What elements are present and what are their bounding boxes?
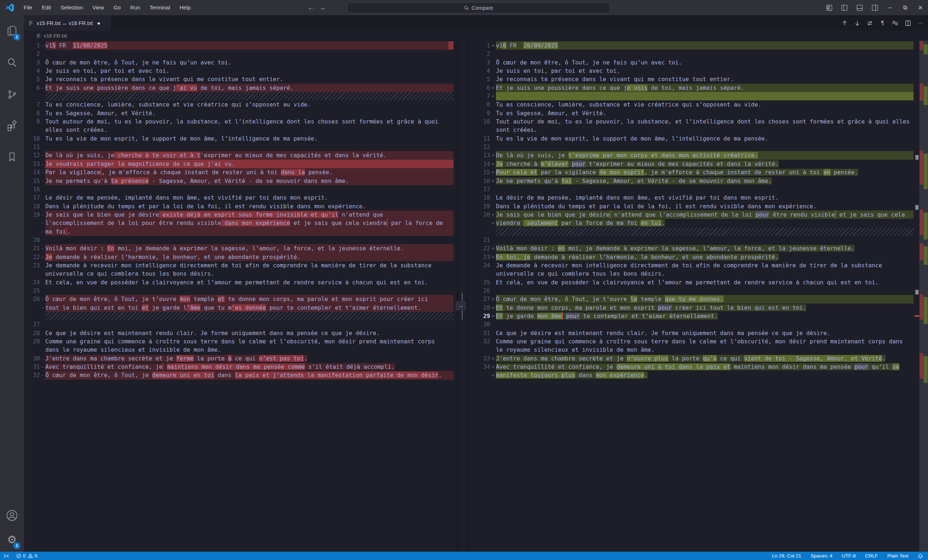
code-line[interactable]: Et cela, en vue de posséder la clairvoya… [496, 278, 914, 286]
modified-diff-row[interactable]: 24Je demande à recevoir mon intelligence… [468, 261, 928, 269]
code-line[interactable]: manifeste toujours plus dans mon expérie… [496, 371, 914, 379]
code-line[interactable]: Par la vigilance, je m'efforce à chaque … [45, 168, 453, 177]
original-diff-row[interactable]: 6-Et je suis une poussière dans ce que j… [24, 84, 468, 92]
original-diff-row[interactable]: -l'accomplissement de la loi pour être r… [24, 219, 468, 227]
modified-diff-row[interactable]: 11Tu es la vie de mon esprit, le support… [468, 134, 928, 143]
line-number[interactable]: 27 [24, 320, 40, 329]
line-number[interactable]: 13 [468, 151, 490, 159]
menu-item-run[interactable]: Run [125, 3, 145, 13]
code-line[interactable]: Pour cela et par la vigilance de mon esp… [496, 168, 914, 177]
modified-diff-row[interactable]: 14+Je cherche à m’élever pour t’exprimer… [468, 160, 928, 168]
modified-diff-row[interactable]: 31Ce que je désire est maintenant rendu … [468, 329, 928, 337]
modified-diff-row[interactable]: 15+Pour cela et par la vigilance de mon … [468, 168, 928, 177]
modified-diff-row[interactable]: 34+Avec tranquillité et confiance, je de… [468, 362, 928, 371]
line-number[interactable]: 5 [24, 75, 40, 83]
modified-diff-row[interactable]: 12 [468, 143, 928, 151]
code-line[interactable]: Je sais que le bien que je désire n'atte… [496, 210, 914, 219]
original-diff-row[interactable]: 2 [24, 50, 468, 58]
code-line[interactable]: l'accomplissement de la loi pour être re… [45, 219, 453, 227]
code-line[interactable]: Et je garde mon âme pour te contempler e… [496, 312, 914, 320]
modified-diff-row[interactable]: 3Ô cœur de mon être, ô Tout, je ne fais … [468, 58, 928, 67]
line-number[interactable]: 33 [468, 354, 490, 362]
code-line[interactable] [496, 143, 914, 151]
menu-item-help[interactable]: Help [175, 3, 195, 13]
original-diff-row[interactable]: dans le royaume silencieux et invisible … [24, 345, 468, 354]
line-number[interactable]: 1 [468, 41, 490, 50]
line-number[interactable]: 3 [24, 58, 40, 67]
code-line[interactable] [496, 50, 914, 58]
code-line[interactable]: ma foi. [45, 227, 453, 236]
tab-dirty-indicator[interactable]: ● [97, 20, 101, 26]
line-number[interactable]: 24 [24, 278, 40, 286]
eol-sequence[interactable]: CRLF [865, 553, 878, 558]
original-diff-row[interactable]: 19-Je sais que le bien que je désire exi… [24, 210, 468, 219]
original-diff-row[interactable]: 31-Avec tranquillité et confiance, je ma… [24, 362, 468, 371]
line-number[interactable]: 13 [24, 160, 40, 168]
line-number[interactable]: 27 [468, 295, 490, 303]
line-number[interactable]: 15 [24, 177, 40, 185]
original-diff-row[interactable]: 28Ce que je désire est maintenant rendu … [24, 329, 468, 337]
line-number[interactable]: 9 [468, 109, 490, 117]
code-line[interactable]: elles sont créées. [45, 126, 453, 134]
menu-item-terminal[interactable]: Terminal [145, 3, 175, 13]
remote-indicator[interactable] [4, 554, 9, 558]
line-number[interactable]: 18 [24, 202, 40, 210]
render-whitespace-icon[interactable]: ¶ [878, 18, 887, 27]
code-line[interactable]: Je voudrais partager la magnificence de … [45, 160, 453, 168]
code-line[interactable] [45, 236, 453, 244]
sidebar-item-bookmarks[interactable] [0, 146, 24, 167]
original-diff-row[interactable]: 26-Ô cœur de mon être, ô Tout, je t’ouvr… [24, 295, 468, 303]
modified-diff-row[interactable] [468, 227, 928, 236]
line-number[interactable]: 14 [24, 168, 40, 177]
code-line[interactable]: Tu es la vie de mon esprit, le support d… [45, 134, 453, 143]
sidebar-item-extensions[interactable] [0, 115, 24, 136]
modified-diff-row[interactable]: +viendra seulement par la force de ma fo… [468, 219, 928, 227]
warnings-indicator[interactable]: 0 [28, 553, 38, 558]
modified-diff-row[interactable]: 33+J'entre dans ma chambre secrète et je… [468, 354, 928, 362]
code-line[interactable]: De là où je suis, je t'exprime par mon c… [496, 151, 914, 159]
toggle-secondary-sidebar-icon[interactable] [867, 0, 882, 15]
sash-divider[interactable] [458, 41, 458, 552]
line-number[interactable]: 6 [468, 84, 490, 92]
line-number[interactable] [468, 227, 490, 236]
modified-diff-row[interactable]: 32Comme une graine qui commence à croîtr… [468, 337, 928, 345]
original-diff-row[interactable]: 1-v15 FR 11/08/2025 [24, 41, 468, 50]
line-number[interactable]: 12 [468, 143, 490, 151]
code-line[interactable]: Tout autour de moi, tu es le pouvoir, la… [496, 117, 914, 126]
original-diff-row[interactable]: 15-Je ne permets qu'à ta présence - Sage… [24, 177, 468, 185]
menu-item-go[interactable]: Go [109, 3, 125, 13]
original-diff-row[interactable]: -tout le bien qui est en toi et je garde… [24, 304, 468, 312]
modified-diff-row[interactable]: 25Et cela, en vue de posséder la clairvo… [468, 278, 928, 286]
code-line[interactable]: J'entre dans ma chambre secrète et je fe… [45, 354, 453, 362]
code-line[interactable]: tout le bien qui est en toi et je garde … [45, 304, 453, 312]
modified-diff-row[interactable]: 22+Voilà mon désir : en moi, je demande … [468, 244, 928, 253]
line-number[interactable]: 9 [24, 117, 40, 126]
original-diff-row[interactable]: 10Tu es la vie de mon esprit, le support… [24, 134, 468, 143]
line-number[interactable]: 10 [468, 117, 490, 126]
original-diff-row[interactable]: 18Dans la plénitude du temps et par la l… [24, 202, 468, 210]
modified-diff-row[interactable]: 16+Je ne permets qu'à toi - Sagesse, Amo… [468, 177, 928, 185]
line-number[interactable]: 17 [24, 193, 40, 202]
line-number[interactable]: 11 [24, 143, 40, 151]
modified-diff-row[interactable]: 17 [468, 185, 928, 193]
nav-forward-button[interactable]: → [319, 4, 325, 12]
line-number[interactable]: 8 [24, 109, 40, 117]
original-diff-row[interactable]: 30-J'entre dans ma chambre secrète et je… [24, 354, 468, 362]
modified-diff-row[interactable]: 18Le désir de ma pensée, implanté dans m… [468, 193, 928, 202]
original-diff-row[interactable]: universelle ce qui comblera tous les bon… [24, 269, 468, 278]
line-number[interactable]: 20 [468, 210, 490, 219]
language-mode[interactable]: Plain Text [887, 553, 908, 558]
line-number[interactable]: 26 [468, 286, 490, 295]
sidebar-item-source-control[interactable] [0, 84, 24, 105]
cursor-position[interactable]: Ln 29, Col 21 [772, 553, 801, 558]
line-number[interactable]: 1 [24, 41, 40, 50]
previous-change-icon[interactable] [840, 18, 849, 27]
breadcrumb[interactable]: v16 FR.txt [24, 31, 928, 41]
code-line[interactable]: dans le royaume silencieux et invisible … [45, 345, 453, 354]
line-number[interactable] [24, 345, 40, 354]
original-diff-row[interactable]: elles sont créées. [24, 126, 468, 134]
code-line[interactable]: Et je suis une poussière dans ce que j'a… [45, 84, 453, 92]
line-number[interactable] [24, 269, 40, 278]
code-line[interactable]: Je demande à réaliser l’harmonie, le bon… [45, 253, 453, 261]
line-number[interactable]: 29 [468, 312, 490, 320]
